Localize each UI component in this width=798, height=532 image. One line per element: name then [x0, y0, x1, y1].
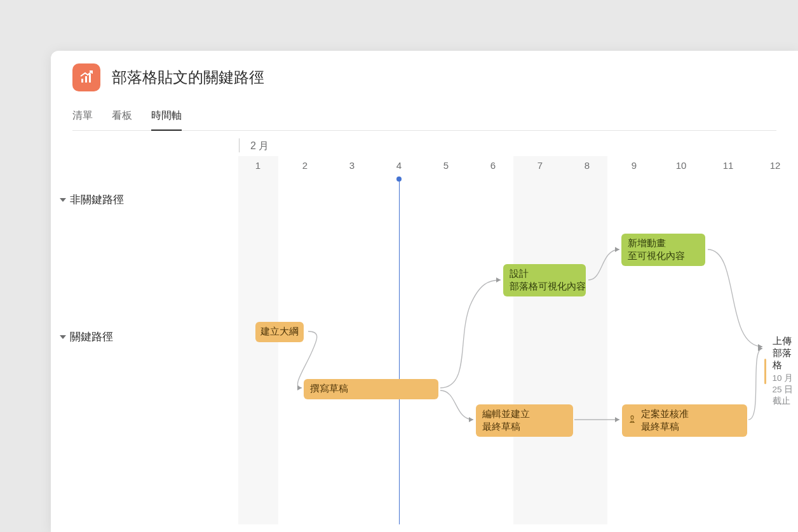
task-upload-milestone[interactable]: 上傳部落格 10 月 25 日截止 [764, 335, 798, 407]
milestone-bar [764, 359, 766, 384]
task-label: 最終草稿 [641, 421, 741, 434]
task-create-outline[interactable]: 建立大綱 [255, 322, 304, 342]
milestone-title: 上傳部落格 [773, 335, 799, 371]
day-label: 4 [375, 160, 423, 171]
chart-area[interactable]: 設計 部落格可視化內容 新增動畫 至可視化內容 建立大綱 撰寫草稿 編輯並建立 … [51, 178, 798, 524]
svg-rect-0 [81, 79, 83, 83]
milestone-text: 上傳部落格 10 月 25 日截止 [773, 335, 799, 407]
dependency-connectors [51, 178, 798, 524]
day-label: 11 [705, 160, 752, 171]
day-header-row: 1 2 3 4 5 6 7 8 9 10 11 12 13 [51, 160, 798, 174]
day-label: 8 [564, 160, 611, 171]
day-label: 10 [658, 160, 705, 171]
task-design-visuals[interactable]: 設計 部落格可視化內容 [503, 264, 586, 296]
task-label: 定案並核准 [641, 408, 741, 421]
task-label: 設計 [510, 268, 579, 281]
task-finalize-approve[interactable]: 定案並核准 最終草稿 [622, 404, 747, 437]
group-noncritical-toggle[interactable]: 非關鍵路徑 [60, 192, 124, 207]
day-label: 2 [281, 160, 328, 171]
group-label: 非關鍵路徑 [70, 192, 124, 207]
tabs: 清單 看板 時間軸 [72, 104, 776, 131]
month-label: 2 月 [250, 140, 269, 153]
group-label: 關鍵路徑 [70, 329, 113, 344]
day-label: 7 [517, 160, 564, 171]
day-label: 12 [752, 160, 798, 171]
day-label: 1 [234, 160, 281, 171]
day-label: 9 [611, 160, 658, 171]
task-label: 新增動畫 [628, 237, 699, 250]
milestone-due: 10 月 25 日截止 [773, 373, 799, 407]
task-add-animation[interactable]: 新增動畫 至可視化內容 [621, 234, 705, 266]
task-label: 部落格可視化內容 [510, 281, 579, 293]
chart-up-icon [79, 70, 94, 85]
svg-rect-1 [85, 76, 87, 83]
month-divider [239, 138, 240, 152]
day-label: 3 [328, 160, 375, 171]
task-edit-final-draft[interactable]: 編輯並建立 最終草稿 [476, 404, 573, 437]
task-label: 至可視化內容 [628, 250, 699, 263]
caret-down-icon [60, 335, 66, 339]
day-label: 6 [470, 160, 517, 171]
project-chart-icon [72, 63, 100, 91]
group-critical-toggle[interactable]: 關鍵路徑 [60, 329, 113, 344]
title-row: 部落格貼文的關鍵路徑 [72, 63, 776, 91]
task-label: 建立大綱 [260, 326, 299, 338]
page-title: 部落格貼文的關鍵路徑 [112, 67, 264, 88]
task-label: 最終草稿 [482, 421, 567, 434]
day-label: 5 [423, 160, 470, 171]
tab-list[interactable]: 清單 [72, 104, 93, 130]
header: 部落格貼文的關鍵路徑 清單 看板 時間軸 [51, 51, 798, 131]
app-window: 部落格貼文的關鍵路徑 清單 看板 時間軸 2 月 1 2 3 4 5 6 7 8… [51, 51, 798, 532]
approval-stamp-icon [627, 414, 637, 428]
caret-down-icon [60, 198, 66, 202]
timeline-view: 2 月 1 2 3 4 5 6 7 8 9 10 11 12 13 [51, 131, 798, 524]
tab-timeline[interactable]: 時間軸 [151, 104, 182, 130]
task-label: 撰寫草稿 [310, 383, 432, 396]
task-write-draft[interactable]: 撰寫草稿 [304, 379, 438, 399]
tab-board[interactable]: 看板 [112, 104, 132, 130]
task-label: 編輯並建立 [482, 408, 567, 421]
svg-rect-2 [89, 74, 91, 83]
